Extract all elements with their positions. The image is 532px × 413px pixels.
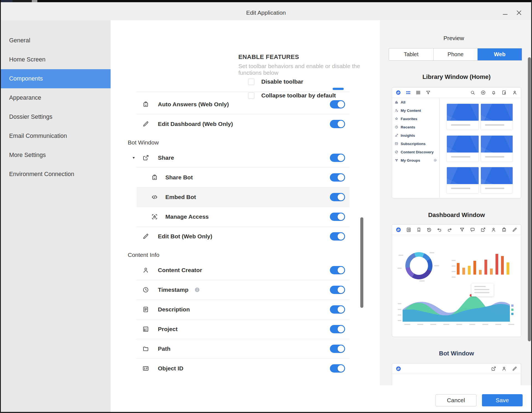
- path-toggle[interactable]: [330, 345, 345, 353]
- sidebar-item-environment-connection[interactable]: Environment Connection: [1, 165, 111, 184]
- sidebar-item-dossier-settings[interactable]: Dossier Settings: [1, 107, 111, 127]
- edit-dashboard-web-only-toggle[interactable]: [330, 120, 345, 128]
- tile-thumbnail: [481, 136, 513, 153]
- share-expander[interactable]: [132, 156, 136, 160]
- feature-row-embed-bot: Embed Bot: [111, 187, 380, 207]
- minimize-button[interactable]: [500, 9, 510, 19]
- feature-label: Share Bot: [165, 174, 193, 181]
- pencil-icon: [142, 233, 149, 240]
- content-tile: [481, 167, 513, 193]
- disable-toolbar-checkbox[interactable]: [248, 79, 254, 85]
- manage-access-icon: [151, 213, 158, 220]
- feature-row-auto-answers-web-only: Auto Answers (Web Only): [111, 94, 380, 114]
- library-nav-subscriptions: Subscriptions: [392, 140, 439, 148]
- label-placeholder: [456, 324, 462, 325]
- person-edit-icon: [395, 109, 398, 112]
- preview-title: Preview: [380, 35, 528, 42]
- bar: [496, 254, 498, 275]
- feature-row-content-creator: Content Creator: [111, 260, 380, 280]
- sidebar-item-email-communication[interactable]: Email Communication: [1, 127, 111, 146]
- label-placeholder: [419, 280, 425, 282]
- feature-label: Path: [158, 345, 171, 352]
- feature-label: Embed Bot: [165, 194, 196, 200]
- library-nav-label: Content Discovery: [401, 150, 434, 154]
- bot-preview-card: [392, 363, 521, 386]
- pencil-icon: [512, 227, 517, 233]
- tab-phone[interactable]: Phone: [433, 48, 478, 60]
- checkbox-label: Disable toolbar: [261, 78, 303, 85]
- bot-icon: [151, 174, 158, 181]
- info-icon[interactable]: [194, 287, 200, 293]
- share-icon: [491, 366, 496, 371]
- description-icon: [142, 306, 149, 313]
- groups-icon: [395, 158, 398, 162]
- feature-label: Share: [158, 154, 174, 161]
- tile-title-placeholder: [451, 124, 470, 126]
- embed-bot-toggle[interactable]: [330, 193, 345, 201]
- edit-bot-web-only-toggle[interactable]: [330, 232, 345, 241]
- library-nav-my-groups: My Groups: [392, 156, 439, 164]
- dialog-footer: Cancel Save: [111, 385, 531, 412]
- object-id-toggle[interactable]: [330, 364, 345, 373]
- cancel-button[interactable]: Cancel: [435, 394, 476, 406]
- feature-row-edit-dashboard-web-only: Edit Dashboard (Web Only): [111, 114, 380, 134]
- tab-tablet[interactable]: Tablet: [389, 48, 433, 60]
- library-nav-label: Recents: [401, 125, 415, 129]
- tab-web[interactable]: Web: [478, 48, 522, 60]
- library-nav-label: Insights: [401, 133, 415, 138]
- bar-chart: [457, 253, 513, 275]
- label-placeholder: [397, 268, 402, 269]
- tile-thumbnail: [481, 104, 513, 121]
- close-button[interactable]: [514, 8, 524, 18]
- feature-row-project: Project: [111, 319, 380, 339]
- bot-toolbar: [392, 363, 521, 374]
- group-header-content-info: Content Info: [128, 252, 159, 258]
- project-toggle[interactable]: [330, 325, 345, 333]
- timestamp-toggle[interactable]: [330, 286, 345, 294]
- title-bar: Edit Application: [1, 2, 531, 20]
- discovery-icon: [395, 150, 398, 154]
- label-placeholder: [398, 309, 401, 310]
- content-tile: [481, 104, 513, 130]
- feature-row-share-bot: Share Bot: [111, 167, 380, 187]
- chart-icon: [395, 100, 398, 104]
- content-creator-toggle[interactable]: [330, 266, 345, 274]
- feature-label: Object ID: [158, 365, 183, 372]
- save-button[interactable]: Save: [482, 394, 523, 406]
- tile-title-placeholder: [485, 156, 504, 158]
- main-scrollbar-thumb[interactable]: [360, 217, 363, 308]
- library-nav-content-discovery: Content Discovery: [392, 148, 439, 156]
- auto-answers-web-only-toggle[interactable]: [330, 100, 345, 109]
- share-toggle[interactable]: [330, 154, 345, 162]
- label-placeholder: [404, 324, 410, 325]
- sidebar-item-home-screen[interactable]: Home Screen: [1, 50, 111, 69]
- window-scrollbar-thumb[interactable]: [528, 57, 531, 341]
- sidebar-item-more-settings[interactable]: More Settings: [1, 146, 111, 165]
- content-tile: [447, 135, 479, 162]
- feature-row-edit-bot-web-only: Edit Bot (Web Only): [111, 226, 380, 246]
- legend-swatch: [511, 313, 513, 315]
- tile-title-placeholder: [485, 188, 504, 189]
- bar: [473, 261, 476, 275]
- pencil-icon: [142, 120, 149, 128]
- share-bot-toggle[interactable]: [330, 173, 345, 182]
- bot-icon: [501, 227, 507, 233]
- tile-title-placeholder: [485, 124, 504, 126]
- feature-label: Auto Answers (Web Only): [158, 101, 229, 108]
- label-placeholder: [443, 324, 449, 325]
- checkbox-row-disable-toolbar: Disable toolbar: [248, 75, 336, 89]
- sidebar-item-components[interactable]: Components: [1, 69, 111, 88]
- row-divider: [137, 92, 350, 92]
- description-toggle[interactable]: [330, 305, 345, 314]
- sidebar-item-general[interactable]: General: [1, 31, 111, 50]
- person-icon: [501, 366, 507, 371]
- clipped-toggle: [333, 88, 344, 90]
- library-nav-my-content: My Content: [392, 106, 439, 115]
- label-placeholder: [452, 265, 456, 267]
- label-placeholder: [508, 324, 514, 325]
- sidebar-list: GeneralHome ScreenComponentsAppearanceDo…: [1, 20, 111, 184]
- background-window-handle: [32, 0, 37, 2]
- manage-access-toggle[interactable]: [330, 213, 345, 221]
- sidebar-item-appearance[interactable]: Appearance: [1, 88, 111, 107]
- plus-circle-icon: [434, 159, 437, 162]
